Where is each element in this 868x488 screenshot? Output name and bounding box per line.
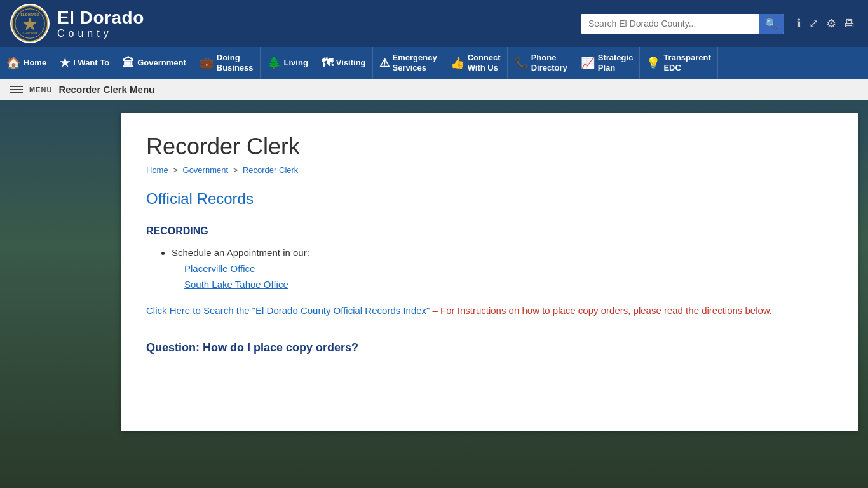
nav-phone[interactable]: 📞 PhoneDirectory [508,47,574,79]
business-icon: 💼 [200,56,214,70]
nav-transparent-label: TransparentEDC [663,53,710,72]
strategic-icon: 📈 [581,56,595,70]
menu-page-title: Recorder Clerk Menu [58,84,154,95]
emergency-icon: ⚠ [379,56,390,70]
nav-living[interactable]: 🌲 Living [261,47,315,79]
search-button[interactable]: 🔍 [759,14,784,34]
slt-office-link[interactable]: South Lake Tahoe Office [184,279,832,290]
recording-heading: RECORDING [146,226,832,237]
menu-line-2 [10,89,23,90]
content-card: Recorder Clerk Home > Government > Recor… [121,113,858,431]
nav-strategic[interactable]: 📈 StrategicPlan [574,47,641,79]
nav-home-label: Home [24,58,46,68]
menu-line-3 [10,92,23,93]
header-icons: ℹ ⤢ ⚙ 🖶 [794,14,858,33]
breadcrumb-government[interactable]: Government [183,165,229,175]
connect-icon: 👍 [451,56,465,70]
site-title: El Dorado County [57,8,144,39]
nav-i-want-to-label: I Want To [73,58,109,68]
county-name-line1: El Dorado [57,8,144,28]
nav-home[interactable]: 🏠 Home [0,47,53,79]
search-box[interactable]: 🔍 [581,14,784,34]
copy-orders-subheading: Question: How do I place copy orders? [146,341,832,357]
nav-visiting-label: Visiting [336,58,366,68]
nav-visiting[interactable]: 🗺 Visiting [315,47,373,79]
menu-line-1 [10,86,23,87]
government-icon: 🏛 [123,57,134,70]
search-input[interactable] [581,15,759,32]
phone-icon: 📞 [514,56,528,70]
home-icon: 🏠 [6,56,20,70]
menu-label-text: MENU [29,86,52,93]
breadcrumb: Home > Government > Recorder Clerk [146,165,832,175]
nav-government[interactable]: 🏛 Government [116,47,193,79]
nav-transparent[interactable]: 💡 TransparentEDC [640,47,717,79]
records-index-paragraph: Click Here to Search the "El Dorado Coun… [146,305,832,316]
nav-connect-label: ConnectWith Us [468,53,501,72]
county-name-line2: County [57,28,144,39]
svg-text:EL DORADO: EL DORADO [21,13,39,17]
breadcrumb-current: Recorder Clerk [243,165,298,175]
transparent-icon: 💡 [646,56,660,70]
nav-doing-business[interactable]: 💼 DoingBusiness [193,47,261,79]
living-icon: 🌲 [267,56,281,70]
nav-emergency-label: EmergencyServices [393,53,437,72]
nav-phone-label: PhoneDirectory [531,53,567,72]
breadcrumb-sep-1: > [173,165,180,175]
nav-living-label: Living [284,58,308,68]
county-seal: EL DORADO CALIFORNIA [10,4,50,43]
settings-icon-button[interactable]: ⚙ [824,14,839,33]
share-icon-button[interactable]: ⤢ [806,14,821,33]
nav-government-label: Government [137,58,186,68]
nav-doing-business-label: DoingBusiness [217,53,254,72]
breadcrumb-sep-2: > [233,165,240,175]
nav-strategic-label: StrategicPlan [598,53,634,72]
section-official-records-title: Official Records [146,190,832,210]
page-body: Recorder Clerk Home > Government > Recor… [0,100,868,444]
nav-emergency[interactable]: ⚠ EmergencyServices [373,47,444,79]
records-index-link[interactable]: Click Here to Search the "El Dorado Coun… [146,305,430,316]
placerville-office-link[interactable]: Placerville Office [184,263,832,274]
logo-area: EL DORADO CALIFORNIA El Dorado County [10,4,144,43]
breadcrumb-home[interactable]: Home [146,165,168,175]
hamburger-menu[interactable] [10,86,23,93]
nav-connect[interactable]: 👍 ConnectWith Us [444,47,508,79]
star-icon: ★ [60,56,70,70]
menu-bar: MENU Recorder Clerk Menu [0,79,868,100]
site-header: EL DORADO CALIFORNIA El Dorado County 🔍 … [0,0,868,47]
print-icon-button[interactable]: 🖶 [841,15,858,33]
visiting-icon: 🗺 [322,57,333,70]
schedule-text: Schedule an Appointment in our: [172,247,832,258]
svg-text:CALIFORNIA: CALIFORNIA [22,32,37,35]
page-title: Recorder Clerk [146,133,832,160]
info-icon-button[interactable]: ℹ [794,14,804,33]
nav-i-want-to[interactable]: ★ I Want To [53,47,116,79]
header-right: 🔍 ℹ ⤢ ⚙ 🖶 [581,14,858,34]
main-navbar: 🏠 Home ★ I Want To 🏛 Government 💼 DoingB… [0,47,868,79]
records-link-suffix: – For Instructions on how to place copy … [430,305,772,316]
